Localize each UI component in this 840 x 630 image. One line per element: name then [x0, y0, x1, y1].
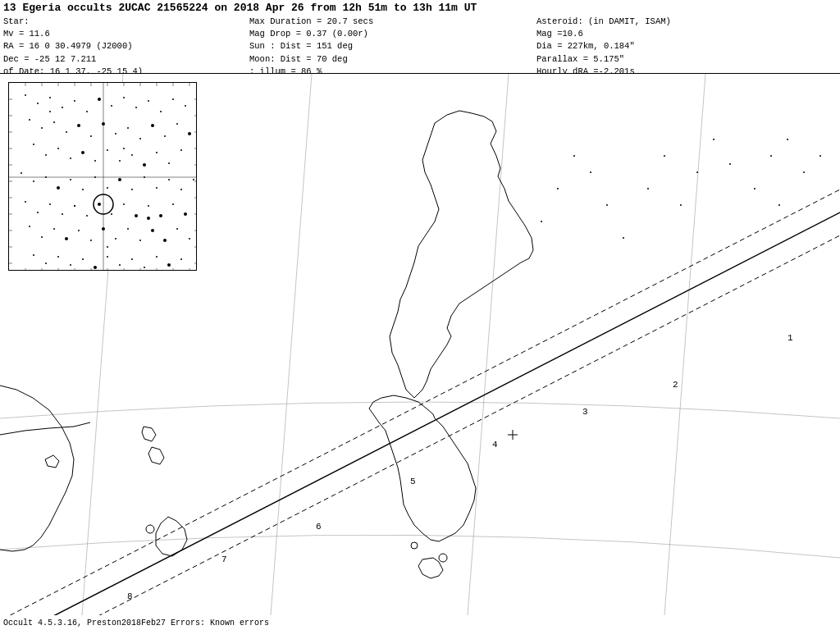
inset-map-canvas — [9, 83, 197, 271]
max-duration: Max Duration = 20.7 secs — [249, 16, 528, 28]
ra: RA = 16 0 30.4979 (J2000) — [3, 40, 249, 52]
sun-dist: Sun : Dist = 151 deg — [249, 40, 528, 52]
header: 13 Egeria occults 2UCAC 21565224 on 2018… — [0, 0, 840, 74]
footer: Occult 4.5.3.16, Preston2018Feb27 Errors… — [0, 615, 840, 630]
asteroid-label: Asteroid: (in DAMIT, ISAM) — [536, 16, 837, 28]
footer-text: Occult 4.5.3.16, Preston2018Feb27 Errors… — [3, 619, 269, 628]
inset-map — [8, 82, 197, 271]
parallax: Parallax = 5.175" — [536, 53, 837, 66]
map-area — [0, 74, 840, 615]
star-label: Star: — [3, 16, 249, 28]
title: 13 Egeria occults 2UCAC 21565224 on 2018… — [3, 2, 837, 14]
moon-dist: Moon: Dist = 70 deg — [249, 53, 528, 66]
mv: Mv = 11.6 — [3, 28, 249, 40]
mag-drop: Mag Drop = 0.37 (0.00r) — [249, 28, 528, 40]
dec: Dec = -25 12 7.211 — [3, 53, 249, 66]
asteroid-dia: Dia = 227km, 0.184" — [536, 40, 837, 52]
asteroid-mag: Mag =10.6 — [536, 28, 837, 40]
